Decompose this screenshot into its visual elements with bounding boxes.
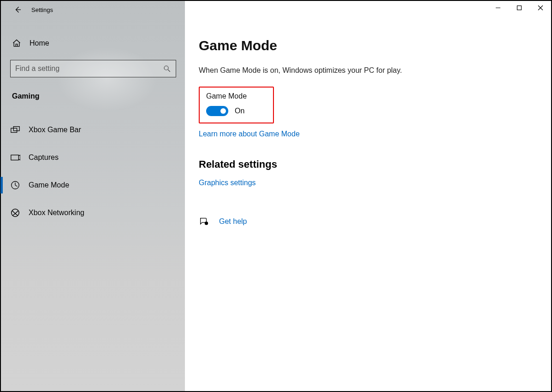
xbox-networking-icon (10, 208, 20, 218)
sidebar-item-game-mode[interactable]: Game Mode (8, 174, 176, 196)
search-box[interactable] (10, 60, 176, 77)
svg-rect-8 (11, 155, 19, 160)
svg-point-10 (12, 209, 19, 217)
sidebar-item-xbox-networking[interactable]: Xbox Networking (8, 202, 176, 224)
sidebar-category: Gaming (10, 89, 176, 103)
close-button[interactable] (530, 1, 551, 15)
sidebar-item-xbox-game-bar[interactable]: Xbox Game Bar (8, 119, 176, 141)
maximize-button[interactable] (509, 1, 530, 15)
svg-rect-6 (11, 128, 17, 132)
titlebar: Settings (1, 1, 551, 18)
settings-window: Settings Home (0, 0, 552, 392)
toggle-caption: Game Mode (206, 92, 267, 100)
main-content: Game Mode When Game Mode is on, Windows … (185, 18, 551, 391)
game-bar-icon (10, 125, 20, 135)
svg-rect-1 (517, 6, 522, 10)
home-label: Home (30, 39, 49, 47)
svg-line-5 (168, 70, 170, 72)
sidebar-item-label: Game Mode (29, 181, 69, 189)
game-mode-toggle[interactable] (206, 106, 228, 116)
page-title: Game Mode (199, 38, 551, 53)
home-icon (12, 39, 21, 48)
get-help-link[interactable]: Get help (219, 217, 247, 226)
svg-rect-7 (13, 127, 19, 131)
search-input[interactable] (15, 64, 163, 73)
game-mode-toggle-card: Game Mode On (199, 87, 274, 123)
graphics-settings-link[interactable]: Graphics settings (199, 179, 256, 187)
get-help-row[interactable]: ? Get help (199, 216, 551, 227)
svg-text:?: ? (206, 222, 207, 225)
svg-point-4 (164, 66, 168, 70)
sidebar-item-label: Xbox Game Bar (29, 126, 81, 134)
sidebar-item-label: Xbox Networking (29, 209, 84, 217)
minimize-button[interactable] (487, 1, 509, 15)
home-nav[interactable]: Home (10, 36, 176, 60)
related-settings-heading: Related settings (199, 158, 551, 170)
captures-icon (10, 152, 20, 163)
page-description: When Game Mode is on, Windows optimizes … (199, 66, 551, 75)
back-arrow-icon[interactable] (14, 6, 22, 14)
game-mode-icon (10, 180, 20, 190)
sidebar-item-label: Captures (29, 153, 59, 162)
window-title: Settings (31, 6, 53, 13)
sidebar: Home Gaming Xbox Game Bar (1, 18, 185, 391)
sidebar-item-captures[interactable]: Captures (8, 146, 176, 169)
learn-more-link[interactable]: Learn more about Game Mode (199, 130, 300, 138)
search-icon (163, 64, 171, 73)
help-chat-icon: ? (199, 216, 209, 227)
toggle-state-label: On (235, 107, 244, 115)
